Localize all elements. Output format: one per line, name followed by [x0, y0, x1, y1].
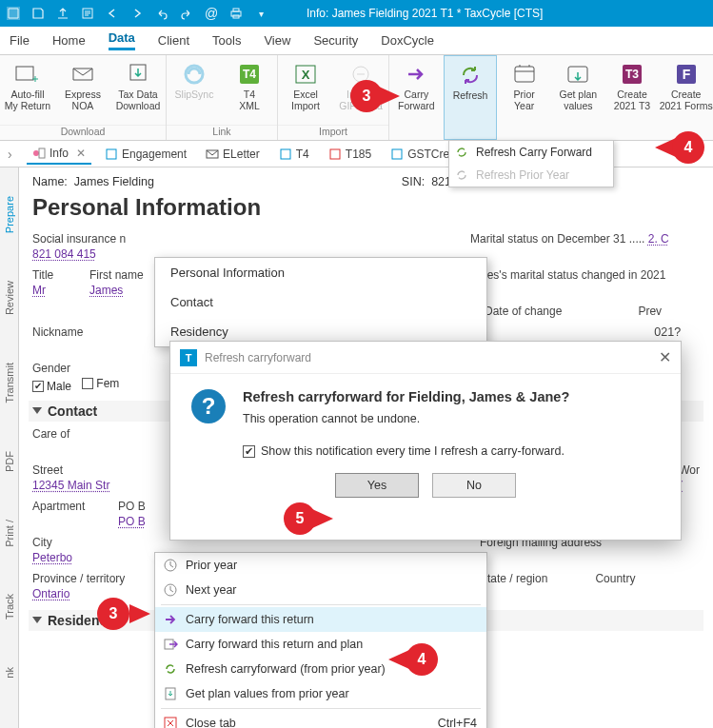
menu-home[interactable]: Home [52, 33, 86, 48]
menu-security[interactable]: Security [313, 33, 358, 48]
tax-data-download-button[interactable]: Tax Data Download [110, 55, 166, 125]
dialog-no-button[interactable]: No [432, 473, 516, 498]
ctx-get-plan-values[interactable]: Get plan values from prior year [155, 681, 486, 706]
app-icon [6, 6, 21, 21]
redo-icon[interactable] [179, 6, 194, 21]
express-noa-button[interactable]: Express NOA [55, 55, 110, 125]
dialog-yes-button[interactable]: Yes [335, 473, 419, 498]
dialog-show-notification-checkbox[interactable]: ✔ Show this notification every time I re… [243, 444, 569, 458]
create-forms-button[interactable]: FCreate 2021 Forms [659, 55, 713, 140]
tab-t4[interactable]: T4 [273, 145, 315, 164]
menu-client[interactable]: Client [158, 33, 189, 48]
tab-context-menu: Prior year Next year Carry forward this … [154, 552, 487, 728]
tab-engagement[interactable]: Engagement [99, 145, 192, 164]
nickname-label: Nickname [32, 325, 83, 339]
gender-male-checkbox[interactable]: ✔Male [32, 380, 71, 393]
svg-text:X: X [302, 68, 310, 82]
print-icon[interactable] [228, 6, 244, 21]
ctx-refresh-carryforward[interactable]: Refresh carryforward (from prior year) [155, 657, 486, 681]
province-value[interactable]: Ontario [32, 587, 156, 602]
group-label-import: Import [278, 125, 388, 140]
refresh-button[interactable]: Refresh [444, 55, 498, 140]
country-label: Country [595, 572, 635, 585]
street-value[interactable]: 12345 Main Str [32, 479, 136, 494]
prior-year-button[interactable]: Prior Year [497, 55, 551, 140]
close-icon [163, 716, 178, 728]
refresh-icon [455, 146, 468, 159]
doc-icon [32, 147, 46, 160]
sidebar-prepare[interactable]: Prepare [4, 196, 15, 233]
doc-icon [105, 148, 118, 161]
sidebar-pdf[interactable]: PDF [4, 451, 15, 472]
get-plan-values-button[interactable]: Get plan values [551, 55, 605, 140]
save-icon[interactable] [30, 6, 46, 21]
export-icon[interactable] [55, 6, 70, 21]
svg-rect-5 [16, 67, 33, 80]
doc-icon [328, 148, 342, 161]
ctx-prior-year[interactable]: Prior year [155, 553, 486, 578]
city-value[interactable]: Peterbo [32, 551, 109, 566]
title-label: Title [32, 268, 70, 282]
pobox-value[interactable]: PO B [118, 515, 175, 530]
at-icon[interactable]: @ [204, 6, 219, 21]
window-title: Info: James Fielding 2021 T1 * TaxCycle … [307, 7, 543, 20]
excel-import-button[interactable]: XExcel Import [278, 55, 333, 125]
undo-icon[interactable] [154, 6, 169, 21]
tab-eletter[interactable]: ELetter [200, 145, 266, 164]
sidebar-track[interactable]: Track [4, 594, 15, 620]
menu-doxcycle[interactable]: DoxCycle [381, 33, 434, 48]
svg-rect-25 [392, 149, 402, 159]
marital-value[interactable]: 2. C [648, 232, 669, 246]
menu-file[interactable]: File [10, 33, 30, 48]
autofill-button[interactable]: Auto-fill My Return [0, 55, 55, 125]
clock-icon [163, 558, 178, 573]
refresh-carryforward-dialog: T Refresh carryforward ✕ ? Refresh carry… [169, 341, 682, 541]
main-menu: File Home Data Client Tools View Securit… [0, 27, 713, 55]
tab-t185[interactable]: T185 [323, 145, 377, 164]
ctx-next-year[interactable]: Next year [155, 578, 486, 602]
sin-field-value[interactable]: 821 084 415 [32, 247, 156, 263]
ribbon-group-link: SlipSync T4T4 XML Link [167, 55, 278, 140]
nav-personal-info[interactable]: Personal Information [155, 258, 486, 287]
tab-info[interactable]: Info✕ [27, 144, 91, 165]
doc-icon [206, 148, 219, 161]
menu-view[interactable]: View [264, 33, 290, 48]
dialog-close-button[interactable]: ✕ [659, 348, 671, 366]
title-bar: @ ▾ Info: James Fielding 2021 T1 * TaxCy… [0, 0, 713, 27]
clock-forward-icon [163, 582, 178, 598]
app-icon: T [180, 349, 197, 366]
nav-contact[interactable]: Contact [155, 287, 486, 317]
province-label: Province / territory [32, 572, 156, 585]
sidebar-print[interactable]: Print / [4, 520, 15, 547]
gender-female-checkbox[interactable]: Fem [82, 377, 119, 390]
forward-icon[interactable] [129, 6, 145, 21]
work-value[interactable]: ( [679, 479, 700, 494]
ctx-close-shortcut: Ctrl+F4 [438, 717, 477, 728]
title-value[interactable]: Mr [32, 284, 70, 299]
carry-forward-button[interactable]: Carry Forward [389, 55, 444, 140]
ctx-carry-forward-return[interactable]: Carry forward this return [155, 607, 486, 632]
ctx-close-tab[interactable]: Close tabCtrl+F4 [155, 711, 486, 728]
sidebar-review[interactable]: Review [4, 281, 15, 315]
ctx-carry-forward-return-plan[interactable]: Carry forward this return and plan [155, 632, 486, 657]
menu-data[interactable]: Data [109, 30, 135, 50]
dropdown-icon[interactable]: ▾ [253, 6, 268, 21]
back-icon[interactable] [105, 6, 120, 21]
refresh-dropdown-menu: Refresh Carry Forward Refresh Prior Year [448, 140, 614, 187]
properties-icon[interactable] [80, 6, 95, 21]
sidebar-link[interactable]: nk [4, 667, 15, 679]
close-icon[interactable]: ✕ [76, 147, 86, 160]
nickname-value[interactable] [32, 341, 83, 356]
tabs-expand-icon[interactable]: › [8, 147, 12, 162]
name-value: James Fielding [74, 175, 154, 188]
carry-forward-plan-icon [163, 637, 178, 652]
create-t3-button[interactable]: T3Create 2021 T3 [605, 55, 660, 140]
t4-xml-button[interactable]: T4T4 XML [222, 55, 277, 125]
refresh-carry-forward-item[interactable]: Refresh Carry Forward [449, 141, 613, 164]
apt-label: Apartment [32, 500, 99, 513]
carry-forward-icon [163, 612, 178, 627]
street-label: Street [32, 463, 136, 477]
menu-tools[interactable]: Tools [212, 33, 241, 48]
svg-text:T: T [186, 352, 192, 364]
sidebar-transmit[interactable]: Transmit [4, 363, 15, 403]
